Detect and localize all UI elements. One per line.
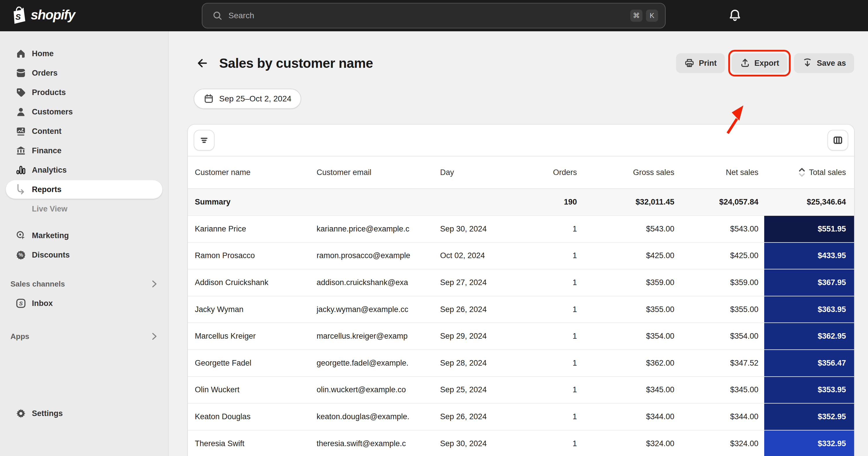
export-button[interactable]: Export [732, 53, 787, 73]
annotation-red-arrow [724, 103, 750, 136]
total-sales-heatmap-cell: $367.95 [764, 269, 854, 296]
table-row: Jacky Wyman jacky.wyman@example.cc Sep 2… [188, 296, 854, 323]
customer-name: Keaton Douglas [188, 403, 317, 430]
export-icon [740, 58, 750, 68]
sidebar-item-products[interactable]: Products [6, 83, 162, 102]
svg-text:S: S [19, 300, 23, 306]
total-sales-heatmap-cell: $356.47 [764, 349, 854, 376]
analytics-bars-icon [16, 165, 26, 175]
sidebar-item-live-view[interactable]: Live View [6, 200, 162, 218]
sidebar-item-label: Home [32, 49, 54, 58]
gross-sales: $355.00 [580, 296, 677, 323]
filter-icon[interactable] [194, 130, 215, 151]
sidebar-item-content[interactable]: Content [6, 122, 162, 140]
printer-icon [684, 58, 694, 68]
gross-sales: $354.00 [580, 322, 677, 349]
net-sales: $355.00 [677, 296, 764, 323]
kbd-k: K [646, 9, 658, 22]
finance-bank-icon [16, 145, 26, 156]
table-row: Georgette Fadel georgette.fadel@example.… [188, 349, 854, 376]
day: Sep 26, 2024 [440, 403, 527, 430]
net-sales: $543.00 [677, 215, 764, 242]
gross-sales: $344.00 [580, 403, 677, 430]
column-header-label: Total sales [809, 168, 846, 177]
orders: 1 [527, 430, 580, 456]
sidebar-item-home[interactable]: Home [6, 44, 162, 63]
net-sales: $425.00 [677, 242, 764, 269]
export-annotation-box: Export [728, 50, 791, 76]
save-as-button[interactable]: Save as [794, 53, 854, 73]
section-label: Apps [10, 332, 152, 341]
sidebar-item-reports[interactable]: Reports [6, 180, 162, 199]
notifications-bell-icon[interactable] [728, 8, 743, 23]
sidebar-section-apps[interactable]: Apps [6, 327, 162, 346]
day: Sep 29, 2024 [440, 322, 527, 349]
customer-email: olin.wuckert@example.co [317, 376, 440, 403]
column-header-customer-email[interactable]: Customer email [317, 157, 440, 188]
customer-name: Marcellus Kreiger [188, 322, 317, 349]
table-row: Olin Wuckert olin.wuckert@example.co Sep… [188, 376, 854, 403]
gross-sales: $345.00 [580, 376, 677, 403]
orders-icon [16, 68, 26, 78]
sidebar-item-discounts[interactable]: % Discounts [6, 246, 162, 264]
sidebar-section-sales-channels[interactable]: Sales channels [6, 274, 162, 293]
column-header-total-sales[interactable]: Total sales [764, 157, 854, 188]
day: Sep 30, 2024 [440, 215, 527, 242]
back-arrow-icon[interactable] [196, 55, 213, 72]
net-sales: $359.00 [677, 269, 764, 296]
content-image-icon [16, 126, 26, 136]
summary-net-sales: $24,057.84 [677, 188, 764, 215]
section-label: Sales channels [10, 280, 152, 289]
customer-name: Georgette Fadel [188, 349, 317, 376]
report-card: Customer name Customer email Day Orders … [188, 125, 854, 456]
sidebar-item-label: Settings [32, 409, 63, 418]
summary-orders: 190 [527, 188, 580, 215]
chevron-right-icon [152, 333, 157, 340]
gear-icon [16, 408, 26, 419]
print-button[interactable]: Print [676, 53, 725, 73]
day: Oct 02, 2024 [440, 242, 527, 269]
save-as-icon [802, 58, 813, 68]
net-sales: $344.00 [677, 403, 764, 430]
date-range-label: Sep 25–Oct 2, 2024 [219, 94, 291, 103]
customer-email: jacky.wyman@example.cc [317, 296, 440, 323]
orders: 1 [527, 269, 580, 296]
date-range-picker[interactable]: Sep 25–Oct 2, 2024 [194, 89, 301, 109]
gross-sales: $543.00 [580, 215, 677, 242]
customer-email: theresia.swift@example.c [317, 430, 440, 456]
sidebar-item-marketing[interactable]: Marketing [6, 226, 162, 245]
column-header-day[interactable]: Day [440, 157, 527, 188]
orders: 1 [527, 322, 580, 349]
column-header-gross-sales[interactable]: Gross sales [580, 157, 677, 188]
customer-name: Jacky Wyman [188, 296, 317, 323]
column-header-orders[interactable]: Orders [527, 157, 580, 188]
kbd-command: ⌘ [630, 9, 643, 22]
sidebar-item-finance[interactable]: Finance [6, 141, 162, 160]
sidebar: Home Orders Products Customers Content [0, 31, 169, 456]
sidebar-item-settings[interactable]: Settings [6, 404, 162, 423]
total-sales-heatmap-cell: $433.95 [764, 242, 854, 269]
column-header-net-sales[interactable]: Net sales [677, 157, 764, 188]
page-header: Sales by customer name Print Export [196, 53, 854, 73]
search-input[interactable]: Search ⌘ K [202, 3, 665, 28]
column-header-customer-name[interactable]: Customer name [188, 157, 317, 188]
customer-name: Olin Wuckert [188, 376, 317, 403]
orders: 1 [527, 349, 580, 376]
sidebar-item-inbox[interactable]: S Inbox [6, 294, 162, 313]
sidebar-item-customers[interactable]: Customers [6, 103, 162, 121]
sidebar-item-label: Content [32, 127, 61, 136]
sidebar-item-orders[interactable]: Orders [6, 64, 162, 82]
gross-sales: $359.00 [580, 269, 677, 296]
sidebar-item-label: Customers [32, 107, 73, 117]
home-icon [16, 48, 26, 59]
gross-sales: $324.00 [580, 430, 677, 456]
marketing-target-icon [16, 230, 26, 241]
customers-person-icon [16, 107, 26, 117]
calendar-icon [204, 94, 214, 104]
inbox-icon: S [16, 298, 26, 308]
edit-columns-icon[interactable] [828, 130, 848, 151]
sidebar-item-analytics[interactable]: Analytics [6, 161, 162, 179]
table-row: Ramon Prosacco ramon.prosacco@example Oc… [188, 242, 854, 269]
customer-name: Ramon Prosacco [188, 242, 317, 269]
shopify-wordmark: shopify [31, 7, 75, 24]
